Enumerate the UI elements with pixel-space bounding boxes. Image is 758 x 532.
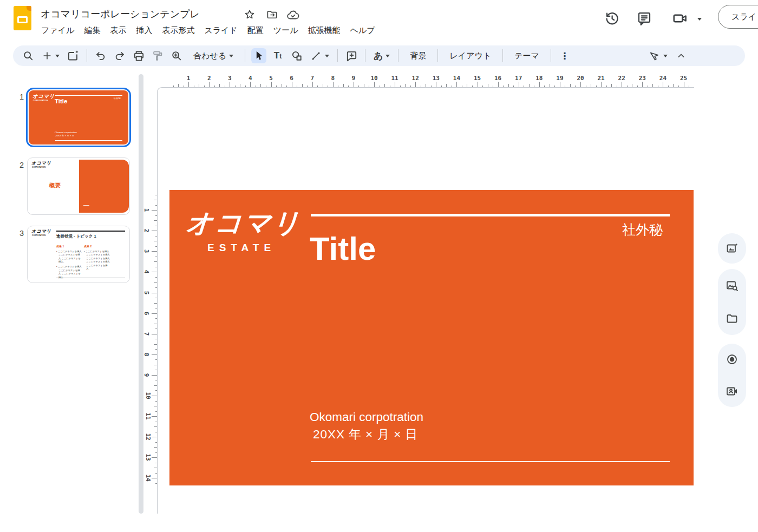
ruler-tick [282, 84, 282, 88]
slide-thumbnail-3[interactable]: オコマリ CORPORATION 進捗状況 - トピック 1 成果 1 成果 2… [27, 226, 130, 283]
comments-icon[interactable] [636, 10, 652, 27]
line-tool-caret[interactable] [325, 55, 329, 57]
new-slide-caret[interactable] [55, 55, 60, 57]
ruler-number: 12 [412, 75, 419, 82]
menu-item-4[interactable]: 表示形式 [157, 24, 199, 37]
ruler-tick [431, 86, 432, 88]
menu-item-8[interactable]: 拡張機能 [303, 24, 345, 37]
ruler-number: 4 [143, 270, 150, 274]
pen-pointer-caret[interactable] [663, 55, 668, 57]
horizontal-ruler: 1234567891011121314151617181920212223242… [157, 74, 695, 87]
ruler-tick [266, 86, 266, 88]
menu-item-7[interactable]: ツール [269, 24, 303, 37]
ruler-tick [617, 86, 617, 88]
ruler-tick [405, 84, 406, 88]
slide-logo-subtext[interactable]: ESTATE [207, 242, 276, 254]
ruler-tick [565, 86, 565, 88]
theme-button[interactable]: テーマ [509, 48, 545, 63]
ruler-number: 1 [187, 75, 191, 82]
slide-top-rule[interactable] [311, 214, 670, 216]
new-slide-button[interactable] [40, 48, 62, 63]
ruler-tick [245, 86, 246, 88]
ruler-tick [152, 334, 157, 334]
ruler-tick [154, 468, 158, 468]
ruler-number: 5 [143, 291, 150, 294]
thumb1-bottom-line [55, 140, 122, 141]
record-icon[interactable] [721, 349, 743, 370]
ruler-number: 15 [474, 75, 481, 82]
slide-thumbnail-2[interactable]: オコマリ CORPORATION 概要 [27, 157, 130, 215]
new-slide-layout-icon[interactable] [66, 48, 81, 63]
camera-dropdown-caret[interactable] [697, 18, 702, 21]
image-search-icon[interactable] [721, 275, 743, 297]
ruler-tick [539, 82, 540, 87]
zoom-fit-dropdown[interactable]: 合わせる [188, 48, 239, 63]
menu-item-9[interactable]: ヘルプ [345, 24, 380, 37]
thumb1-title: Title [55, 98, 67, 104]
slideshow-button[interactable]: スライド [718, 5, 758, 29]
select-tool[interactable] [251, 48, 266, 63]
menu-item-3[interactable]: 挿入 [131, 24, 157, 37]
print-icon[interactable] [131, 48, 146, 63]
slides-logo-icon[interactable] [14, 6, 31, 30]
search-menus-icon[interactable] [21, 48, 36, 63]
ruler-tick [286, 86, 287, 88]
menu-item-5[interactable]: スライド [199, 24, 242, 37]
drive-folder-icon[interactable] [721, 308, 743, 330]
menu-item-1[interactable]: 編集 [79, 24, 105, 37]
thumb1-logo-sub: CORPORATION [33, 100, 48, 102]
shape-tool[interactable] [289, 48, 304, 63]
ruler-tick [155, 359, 158, 360]
ruler-tick [606, 86, 607, 88]
ruler-tick [668, 86, 669, 88]
ruler-tick [648, 86, 648, 88]
background-button[interactable]: 背景 [404, 48, 432, 63]
ruler-tick [472, 86, 473, 88]
ruler-tick [155, 380, 158, 380]
more-options-icon[interactable]: ⋮ [557, 48, 572, 63]
slide-company-text[interactable]: Okomari corpotration [310, 410, 423, 424]
slide-logo-text[interactable]: オコマリ [185, 209, 302, 237]
cloud-saved-icon[interactable] [286, 9, 299, 22]
zoom-in-icon[interactable] [169, 48, 184, 63]
generate-image-icon[interactable] [721, 238, 743, 259]
pen-pointer-tool[interactable] [646, 48, 670, 63]
ruler-tick [154, 303, 158, 304]
redo-icon[interactable] [112, 48, 127, 63]
input-tools-button[interactable]: あ [371, 48, 392, 63]
slide-confidential-label[interactable]: 社外秘 [622, 221, 663, 239]
move-to-folder-icon[interactable] [266, 9, 279, 22]
slide-date-text[interactable]: 20XX 年 × 月 × 日 [313, 426, 418, 443]
hide-menus-icon[interactable] [674, 48, 689, 63]
ruler-tick [627, 86, 628, 88]
layout-button[interactable]: レイアウト [444, 48, 496, 63]
paint-format-icon[interactable] [150, 48, 165, 63]
slide-title-text[interactable]: Title [310, 230, 376, 267]
line-tool[interactable] [308, 48, 331, 63]
menu-item-6[interactable]: 配置 [243, 24, 269, 37]
slide-thumbnail-1[interactable]: オコマリ CORPORATION 社外秘 Title Okomari corpo… [26, 88, 131, 147]
menu-item-2[interactable]: 表示 [105, 24, 131, 37]
ruler-tick [586, 86, 586, 88]
ruler-tick [155, 318, 158, 319]
ruler-number: 9 [352, 75, 356, 82]
ruler-tick [622, 82, 622, 87]
ruler-tick [642, 82, 643, 87]
thumb3-bullet: ここにテキストを挿入 ここにテキストを挿入 ここにテキストを挿入 ここにテキスト… [84, 250, 111, 271]
video-recording-icon[interactable] [721, 380, 743, 402]
ruler-tick [154, 426, 158, 427]
meet-camera-icon[interactable] [672, 10, 688, 27]
menu-item-0[interactable]: ファイル [36, 24, 79, 37]
slide-canvas[interactable]: オコマリ ESTATE 社外秘 Title Okomari corpotrati… [169, 190, 694, 485]
text-box-tool[interactable]: Tt [270, 48, 285, 63]
star-icon[interactable] [244, 9, 257, 22]
input-tools-caret[interactable] [385, 55, 390, 57]
thumb1-confidential: 社外秘 [114, 97, 121, 100]
version-history-icon[interactable] [604, 10, 620, 27]
undo-icon[interactable] [93, 48, 108, 63]
insert-comment-icon[interactable] [344, 48, 359, 63]
slide-bottom-rule[interactable] [311, 461, 670, 462]
document-title[interactable]: オコマリコーポレーションテンプレ [41, 8, 200, 21]
toolbar-divider [502, 49, 503, 62]
ruler-tick [152, 210, 157, 211]
